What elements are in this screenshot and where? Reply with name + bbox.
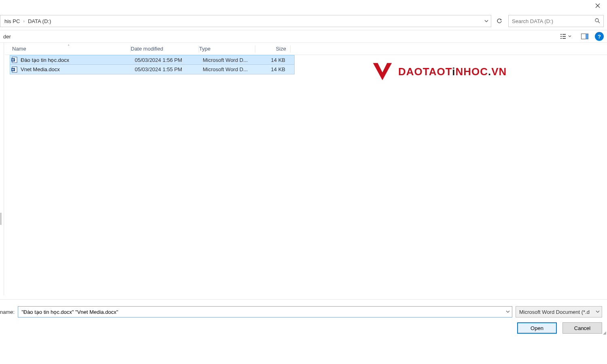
svg-point-0 <box>595 19 599 22</box>
chevron-down-icon <box>506 310 510 314</box>
file-name: Đào tạo tin học.docx <box>21 57 135 63</box>
column-header-name[interactable]: Name ˄ <box>5 46 130 52</box>
filename-input[interactable] <box>18 306 512 317</box>
column-header-size[interactable]: Size <box>255 46 290 52</box>
breadcrumb: his PC › DATA (D:) <box>2 17 53 26</box>
file-size: 14 KB <box>259 66 289 72</box>
address-bar-row: his PC › DATA (D:) <box>0 14 607 28</box>
svg-rect-1 <box>560 34 562 35</box>
refresh-button[interactable] <box>494 15 505 27</box>
sort-ascending-icon: ˄ <box>68 44 70 49</box>
filename-input-wrap <box>18 306 512 317</box>
logo-v-icon <box>371 60 394 83</box>
watermark-logo: DAOTAOTiNHOC.VN <box>371 60 507 83</box>
file-date: 05/03/2024 1:55 PM <box>135 66 203 72</box>
file-type-filter-wrap: Microsoft Word Document (*.d <box>516 306 602 317</box>
list-view-icon <box>560 34 567 39</box>
breadcrumb-dropdown[interactable] <box>484 19 488 23</box>
file-type: Microsoft Word D... <box>203 57 259 63</box>
preview-pane-icon <box>581 34 588 39</box>
nav-sidebar[interactable] <box>0 43 4 296</box>
refresh-icon <box>497 18 502 24</box>
close-button[interactable] <box>588 0 607 11</box>
word-file-icon: W <box>11 66 18 73</box>
bottom-panel: name: Microsoft Word Document (*.d Open … <box>0 299 607 336</box>
filename-row: name: Microsoft Word Document (*.d <box>0 304 602 317</box>
file-list-area: Name ˄ Date modified Type Size W Đào tạo… <box>5 43 607 299</box>
cancel-button[interactable]: Cancel <box>562 322 602 334</box>
column-header-type[interactable]: Type <box>199 46 255 52</box>
file-name: Vnet Media.docx <box>21 66 135 72</box>
svg-text:W: W <box>12 59 15 61</box>
file-list-header: Name ˄ Date modified Type Size <box>5 43 607 55</box>
preview-pane-button[interactable] <box>578 32 592 41</box>
breadcrumb-item-drive[interactable]: DATA (D:) <box>25 17 53 26</box>
chevron-down-icon <box>568 35 571 38</box>
column-name-label: Name <box>12 46 26 52</box>
chevron-down-icon <box>484 19 488 23</box>
file-row[interactable]: W Đào tạo tin học.docx 05/03/2024 1:56 P… <box>10 55 295 65</box>
toolbar: der ? <box>0 30 607 43</box>
titlebar <box>0 0 607 11</box>
resize-grip-icon[interactable]: ◢ <box>603 330 606 335</box>
file-rows: W Đào tạo tin học.docx 05/03/2024 1:56 P… <box>5 55 607 74</box>
breadcrumb-bar[interactable]: his PC › DATA (D:) <box>0 15 491 27</box>
file-size: 14 KB <box>259 57 289 63</box>
new-folder-button[interactable]: der <box>0 32 14 41</box>
file-date: 05/03/2024 1:56 PM <box>135 57 203 63</box>
file-type: Microsoft Word D... <box>203 66 259 72</box>
svg-rect-3 <box>560 36 562 37</box>
help-button[interactable]: ? <box>595 32 604 41</box>
svg-rect-5 <box>560 38 562 39</box>
svg-rect-4 <box>562 36 566 37</box>
sidebar-scrollbar[interactable] <box>0 213 2 225</box>
file-row[interactable]: W Vnet Media.docx 05/03/2024 1:55 PM Mic… <box>10 65 295 74</box>
svg-text:W: W <box>12 68 15 71</box>
filename-label: name: <box>0 309 15 315</box>
chevron-down-icon <box>596 310 600 314</box>
open-button[interactable]: Open <box>517 322 557 334</box>
help-icon: ? <box>598 34 601 40</box>
close-icon <box>595 3 600 8</box>
dialog-buttons: Open Cancel <box>0 322 602 334</box>
search-box[interactable] <box>508 15 604 27</box>
toolbar-right: ? <box>557 32 604 41</box>
svg-rect-8 <box>586 34 588 39</box>
word-file-icon: W <box>11 56 18 63</box>
svg-rect-2 <box>562 34 566 35</box>
toolbar-left: der <box>0 32 14 41</box>
file-type-filter[interactable]: Microsoft Word Document (*.d <box>516 306 602 317</box>
breadcrumb-item-thispc[interactable]: his PC <box>2 17 22 26</box>
chevron-right-icon: › <box>22 19 25 23</box>
filter-dropdown-button[interactable] <box>596 309 600 315</box>
column-header-date[interactable]: Date modified <box>131 46 199 52</box>
watermark-text: DAOTAOTiNHOC.VN <box>398 66 507 78</box>
search-icon <box>594 18 600 25</box>
search-input[interactable] <box>512 18 594 24</box>
svg-rect-6 <box>562 38 566 39</box>
filename-dropdown-button[interactable] <box>506 309 510 315</box>
view-mode-button[interactable] <box>557 32 575 41</box>
